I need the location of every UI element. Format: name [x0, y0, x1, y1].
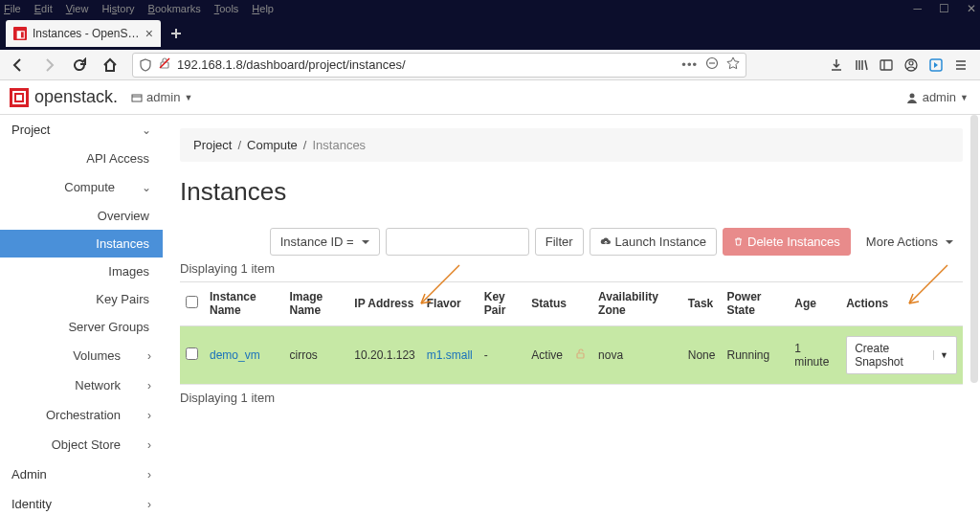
window-minimize-icon[interactable]: ─	[913, 2, 922, 15]
caret-down-icon: ▼	[960, 93, 969, 102]
sidebar-project[interactable]: Project⌄	[0, 115, 163, 145]
caret-down-icon[interactable]: ▼	[933, 350, 948, 360]
cloud-upload-icon	[600, 236, 612, 248]
menu-help[interactable]: Help	[252, 3, 274, 14]
user-menu[interactable]: admin ▼	[905, 90, 969, 104]
col-actions: Actions	[840, 282, 963, 326]
col-flavor[interactable]: Flavor	[421, 282, 479, 326]
row-action-button[interactable]: Create Snapshot ▼	[846, 336, 957, 374]
chevron-down-icon: ⌄	[142, 181, 151, 194]
launch-instance-button[interactable]: Launch Instance	[590, 228, 717, 256]
user-icon	[905, 91, 919, 104]
project-selector[interactable]: admin ▼	[131, 90, 192, 104]
chevron-right-icon: ›	[147, 468, 151, 481]
browser-tab-bar: ◧ Instances - OpenStack Dashbo ×	[0, 17, 980, 50]
project-name: admin	[146, 90, 180, 104]
sidebar-orchestration[interactable]: Orchestration›	[0, 400, 163, 430]
sidebar-identity[interactable]: Identity›	[0, 489, 163, 515]
page-title: Instances	[180, 177, 963, 207]
chevron-right-icon: ›	[147, 379, 151, 392]
openstack-header: openstack. admin ▼ admin ▼	[0, 80, 980, 115]
chevron-down-icon: ⌄	[142, 123, 151, 137]
breadcrumb-compute[interactable]: Compute	[247, 138, 298, 152]
item-count-bottom: Displaying 1 item	[180, 391, 963, 405]
sidebar-admin[interactable]: Admin›	[0, 459, 163, 489]
chevron-right-icon: ›	[147, 349, 151, 363]
col-az[interactable]: Availability Zone	[592, 282, 682, 326]
caret-down-icon: ▼	[184, 93, 192, 102]
insecure-lock-icon	[158, 56, 171, 73]
instance-name-link[interactable]: demo_vm	[210, 348, 260, 362]
meatball-icon[interactable]: •••	[681, 57, 698, 72]
window-close-icon[interactable]: ✕	[967, 2, 976, 15]
hamburger-menu-icon[interactable]	[953, 57, 969, 73]
col-task[interactable]: Task	[682, 282, 722, 326]
svg-rect-4	[880, 60, 892, 70]
flavor-link[interactable]: m1.small	[427, 348, 473, 362]
delete-instances-button[interactable]: Delete Instances	[723, 228, 851, 256]
menu-history[interactable]: History	[101, 3, 134, 14]
extension-icon[interactable]	[928, 57, 944, 73]
reader-icon[interactable]	[705, 56, 719, 73]
window-menu-bar: File Edit View History Bookmarks Tools H…	[0, 0, 980, 17]
reload-button[interactable]	[67, 53, 92, 78]
col-image-name[interactable]: Image Name	[284, 282, 349, 326]
chevron-right-icon: ›	[147, 498, 151, 511]
window-maximize-icon[interactable]: ☐	[939, 2, 949, 15]
home-button[interactable]	[98, 53, 122, 78]
library-icon[interactable]	[854, 57, 869, 73]
scrollbar[interactable]	[970, 115, 978, 383]
menu-edit[interactable]: Edit	[34, 3, 53, 14]
sidebar-servergroups[interactable]: Server Groups	[0, 313, 163, 341]
sidebar-api-access[interactable]: API Access	[0, 145, 163, 172]
url-input-remainder[interactable]	[412, 57, 677, 72]
back-button[interactable]	[6, 53, 31, 78]
select-all-checkbox[interactable]	[186, 296, 198, 308]
col-power-state[interactable]: Power State	[721, 282, 789, 326]
cell-az: nova	[592, 325, 682, 384]
cell-keypair: -	[479, 325, 526, 384]
new-tab-button[interactable]	[161, 20, 191, 47]
menu-view[interactable]: View	[66, 3, 89, 14]
col-keypair[interactable]: Key Pair	[479, 282, 526, 326]
tab-close-icon[interactable]: ×	[145, 26, 153, 41]
menu-tools[interactable]: Tools	[214, 3, 239, 14]
download-icon[interactable]	[829, 57, 844, 73]
forward-button[interactable]	[36, 53, 61, 78]
account-icon[interactable]	[903, 57, 919, 73]
sidebar-keypairs[interactable]: Key Pairs	[0, 285, 163, 313]
sidebar-icon[interactable]	[879, 57, 894, 73]
user-name: admin	[923, 90, 956, 104]
sidebar-images[interactable]: Images	[0, 258, 163, 285]
menu-file[interactable]: File	[4, 3, 21, 14]
sidebar-objectstore[interactable]: Object Store›	[0, 430, 163, 459]
row-checkbox[interactable]	[186, 347, 198, 360]
bookmark-star-icon[interactable]	[726, 56, 740, 73]
sidebar-volumes[interactable]: Volumes›	[0, 341, 163, 370]
filter-field-dropdown[interactable]: Instance ID =	[270, 228, 380, 256]
table-row: demo_vm cirros 10.20.1.123 m1.small - Ac…	[180, 325, 963, 384]
sidebar-instances[interactable]: Instances	[0, 230, 163, 258]
more-actions-dropdown[interactable]: More Actions	[857, 229, 963, 255]
table-header-row: Instance Name Image Name IP Address Flav…	[180, 282, 963, 326]
browser-tab-active[interactable]: ◧ Instances - OpenStack Dashbo ×	[6, 20, 161, 47]
menu-bookmarks[interactable]: Bookmarks	[148, 3, 201, 14]
content-area: Project / Compute / Instances Instances …	[163, 115, 980, 515]
col-ip-address[interactable]: IP Address	[348, 282, 420, 326]
filter-text-input[interactable]	[386, 228, 529, 256]
sidebar-compute[interactable]: Compute⌄	[0, 172, 163, 202]
sidebar-overview[interactable]: Overview	[0, 202, 163, 230]
openstack-logo[interactable]: openstack.	[4, 87, 118, 107]
filter-button[interactable]: Filter	[535, 228, 584, 256]
sidebar-network[interactable]: Network›	[0, 370, 163, 400]
breadcrumb-project[interactable]: Project	[193, 138, 232, 152]
breadcrumb-instances: Instances	[312, 138, 366, 152]
url-bar[interactable]: 192.168.1.8/dashboard/project/instances/…	[132, 53, 746, 78]
cell-image: cirros	[284, 325, 349, 384]
browser-nav-bar: 192.168.1.8/dashboard/project/instances/…	[0, 50, 980, 80]
col-status[interactable]: Status	[525, 282, 592, 326]
tab-title: Instances - OpenStack Dashbo	[33, 27, 140, 40]
col-instance-name[interactable]: Instance Name	[204, 282, 284, 326]
svg-point-10	[909, 93, 914, 98]
col-age[interactable]: Age	[789, 282, 840, 326]
